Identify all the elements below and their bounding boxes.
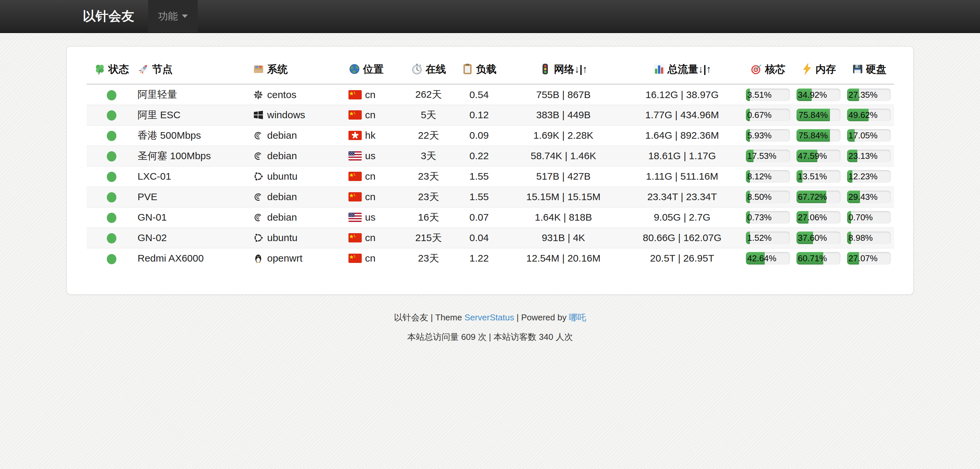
uptime-cell: 16天: [404, 207, 453, 228]
column-header-system: 系统: [251, 58, 347, 84]
column-header-label: 总流量↓|↑: [668, 63, 711, 75]
uptime: 23天: [418, 253, 439, 263]
column-header-cpu: 核芯: [743, 58, 793, 84]
memory-usage-bar-cell: 60.71%: [793, 248, 844, 269]
node-name: GN-01: [138, 212, 167, 223]
column-header-load: 负载: [453, 58, 505, 84]
node-name-cell: 香港 500Mbps: [136, 125, 251, 146]
memory-usage-bar-value: 47.59%: [798, 150, 827, 162]
online-status-dot: [107, 213, 116, 223]
disk-usage-bar: 27.07%: [847, 252, 891, 265]
online-status-dot: [107, 90, 116, 100]
memory-usage-bar-cell: 37.60%: [793, 228, 844, 248]
cpu-usage-bar-cell: 1.52%: [743, 228, 793, 248]
load: 0.12: [469, 109, 489, 120]
theme-link[interactable]: ServerStatus: [465, 312, 514, 322]
site-title[interactable]: 以针会友: [63, 0, 148, 32]
ubuntu-os-icon: [253, 232, 264, 243]
column-header-label: 网络↓|↑: [554, 63, 587, 75]
location-cell: us: [347, 146, 404, 166]
cpu-usage-bar-value: 5.93%: [747, 129, 772, 142]
server-row: GN-01debianus16天0.071.64K | 818B9.05G | …: [87, 207, 894, 228]
load: 0.09: [469, 130, 489, 141]
status-cell: [87, 207, 136, 228]
disk-usage-bar-cell: 0.70%: [844, 207, 894, 228]
status-cell: [87, 125, 136, 146]
system-cell: windows: [251, 105, 347, 125]
total-traffic-cell: 9.05G | 2.7G: [622, 207, 743, 228]
server-status-table: 状态节点系统位置在线负载网络↓|↑总流量↓|↑核芯内存硬盘 阿里轻量centos…: [87, 58, 894, 269]
status-cell: [87, 166, 136, 187]
uptime-cell: 22天: [404, 125, 453, 146]
memory-usage-bar: 13.51%: [797, 170, 840, 183]
table-header-row: 状态节点系统位置在线负载网络↓|↑总流量↓|↑核芯内存硬盘: [87, 58, 894, 84]
column-header-location: 位置: [347, 58, 404, 84]
disk-usage-bar-value: 8.98%: [848, 231, 873, 244]
server-row: 香港 500Mbpsdebianhk22天0.091.69K | 2.28K1.…: [87, 125, 894, 146]
memory-usage-bar: 34.92%: [797, 89, 840, 101]
openwrt-os-icon: [253, 253, 264, 264]
cpu-usage-bar: 8.50%: [746, 190, 790, 203]
system-cell: openwrt: [251, 248, 347, 269]
country-code: cn: [365, 253, 375, 264]
node-name: GN-02: [138, 232, 167, 243]
cpu-usage-bar: 17.53%: [746, 150, 790, 162]
memory-usage-bar-cell: 13.51%: [793, 166, 844, 187]
load: 0.07: [469, 212, 489, 223]
network-speed: 12.54M | 20.16M: [527, 253, 601, 263]
node-name-cell: LXC-01: [136, 166, 251, 187]
node-name: 圣何塞 100Mbps: [138, 150, 211, 161]
menu-dropdown-button[interactable]: 功能: [148, 0, 198, 32]
load: 1.55: [469, 191, 489, 202]
country-code: us: [365, 212, 375, 223]
os-name: debian: [267, 150, 297, 162]
online-status-dot: [107, 192, 116, 203]
load-cell: 0.04: [453, 228, 505, 248]
disk-usage-bar-cell: 49.62%: [844, 105, 894, 125]
disk-usage-bar-cell: 8.98%: [844, 228, 894, 248]
uptime: 23天: [418, 191, 439, 202]
network-speed: 931B | 4K: [542, 232, 585, 243]
load-cell: 0.22: [453, 146, 505, 166]
total-traffic-cell: 1.64G | 892.36M: [622, 125, 743, 146]
memory-usage-bar-cell: 75.84%: [793, 125, 844, 146]
network-speed-cell: 12.54M | 20.16M: [505, 248, 622, 269]
country-code: cn: [365, 232, 375, 243]
os-name: debian: [267, 212, 297, 223]
system-cell: ubuntu: [251, 166, 347, 187]
column-header-label: 位置: [363, 63, 383, 75]
uptime-cell: 3天: [404, 146, 453, 166]
total-traffic: 23.34T | 23.34T: [648, 191, 717, 202]
uptime: 23天: [418, 171, 439, 182]
network-speed: 383B | 449B: [536, 109, 591, 120]
online-status-dot: [107, 151, 116, 162]
uptime-cell: 23天: [404, 248, 453, 269]
cn-flag-icon: [348, 90, 362, 100]
total-traffic: 16.12G | 38.97G: [645, 89, 719, 100]
uptime-cell: 262天: [404, 84, 453, 105]
powered-by-link[interactable]: 哪吒: [569, 312, 586, 322]
footer-site-name: 以针会友 | Theme: [394, 312, 464, 322]
network-speed-cell: 15.15M | 15.15M: [505, 187, 622, 207]
node-name-cell: GN-01: [136, 207, 251, 228]
location-cell: cn: [347, 248, 404, 269]
status-cell: [87, 248, 136, 269]
cpu-usage-bar-cell: 8.50%: [743, 187, 793, 207]
memory-usage-bar: 75.84%: [797, 109, 840, 121]
network-speed-cell: 1.69K | 2.28K: [505, 125, 622, 146]
cpu-usage-bar-cell: 17.53%: [743, 146, 793, 166]
country-code: cn: [365, 191, 375, 203]
cpu-usage-bar-value: 3.51%: [747, 89, 772, 101]
network-speed: 517B | 427B: [536, 171, 591, 182]
memory-usage-bar-value: 67.72%: [798, 190, 827, 203]
card-box-icon: [253, 63, 264, 78]
network-speed: 1.64K | 818B: [535, 212, 592, 223]
os-name: ubuntu: [267, 171, 298, 182]
traffic-light-icon: [539, 63, 551, 78]
disk-usage-bar-cell: 29.43%: [844, 187, 894, 207]
debian-os-icon: [253, 212, 264, 223]
uptime: 215天: [415, 232, 442, 243]
node-name: LXC-01: [138, 171, 171, 182]
disk-usage-bar-cell: 23.13%: [844, 146, 894, 166]
network-speed: 58.74K | 1.46K: [531, 150, 596, 161]
